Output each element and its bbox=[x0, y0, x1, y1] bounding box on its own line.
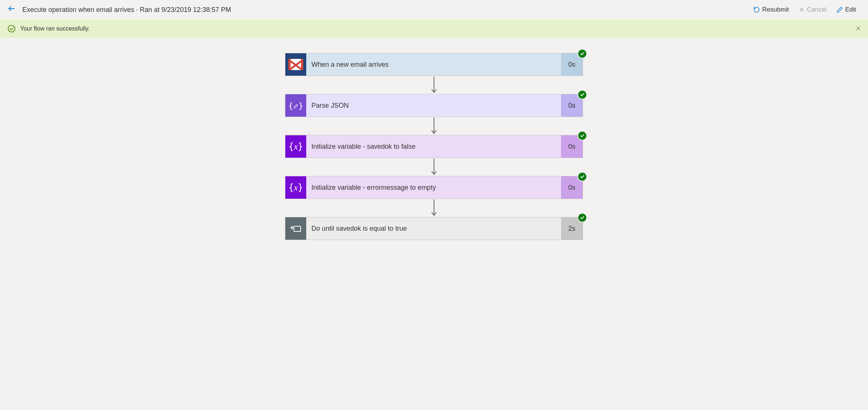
step-trigger-email[interactable]: When a new email arrives 0s bbox=[285, 53, 583, 76]
page-header: Execute operation when email arrives · R… bbox=[0, 0, 868, 19]
page-title: Execute operation when email arrives · R… bbox=[22, 6, 749, 14]
connector-arrow-icon bbox=[434, 117, 434, 135]
cancel-button: Cancel bbox=[794, 3, 831, 16]
success-badge-icon bbox=[577, 49, 587, 59]
success-banner: Your flow ran successfully. bbox=[0, 19, 868, 38]
svg-rect-10 bbox=[294, 226, 301, 231]
pencil-icon bbox=[836, 6, 843, 13]
loop-icon bbox=[285, 217, 306, 240]
flow-canvas: When a new email arrives 0s {} Parse JSO… bbox=[0, 38, 868, 262]
header-actions: Resubmit Cancel Edit bbox=[749, 3, 861, 16]
flow-name: Execute operation when email arrives bbox=[22, 6, 134, 13]
run-at-separator: · Ran at bbox=[134, 6, 161, 13]
svg-point-3 bbox=[8, 25, 15, 32]
step-title: Initialize variable - errormessage to em… bbox=[306, 184, 561, 192]
back-arrow-icon[interactable] bbox=[7, 4, 19, 15]
close-icon bbox=[799, 7, 805, 13]
close-banner-icon[interactable] bbox=[855, 25, 861, 33]
step-title: Parse JSON bbox=[306, 102, 561, 110]
step-title: Initialize variable - savedok to false bbox=[306, 143, 561, 151]
connector-arrow-icon bbox=[434, 199, 434, 217]
step-init-savedok[interactable]: {x} Initialize variable - savedok to fal… bbox=[285, 135, 583, 158]
check-circle-icon bbox=[7, 25, 16, 33]
step-title: When a new email arrives bbox=[306, 61, 561, 69]
variable-icon: {x} bbox=[285, 135, 306, 158]
connector-arrow-icon bbox=[434, 76, 434, 94]
connector-arrow-icon bbox=[434, 158, 434, 176]
step-do-until[interactable]: Do until savedok is equal to true 2s bbox=[285, 217, 583, 240]
success-badge-icon bbox=[577, 90, 587, 100]
cancel-label: Cancel bbox=[807, 6, 827, 13]
step-parse-json[interactable]: {} Parse JSON 0s bbox=[285, 94, 583, 117]
run-timestamp: 9/23/2019 12:38:57 PM bbox=[161, 6, 231, 13]
success-message: Your flow ran successfully. bbox=[20, 25, 90, 32]
success-badge-icon bbox=[577, 172, 587, 182]
refresh-icon bbox=[753, 6, 760, 13]
step-init-errormessage[interactable]: {x} Initialize variable - errormessage t… bbox=[285, 176, 583, 199]
variable-icon: {x} bbox=[285, 176, 306, 199]
edit-button[interactable]: Edit bbox=[832, 3, 861, 16]
success-badge-icon bbox=[577, 213, 587, 223]
success-badge-icon bbox=[577, 131, 587, 141]
json-icon: {} bbox=[285, 94, 306, 117]
gmail-icon bbox=[285, 53, 306, 76]
resubmit-button[interactable]: Resubmit bbox=[749, 3, 793, 16]
resubmit-label: Resubmit bbox=[762, 6, 789, 13]
step-title: Do until savedok is equal to true bbox=[306, 225, 561, 233]
edit-label: Edit bbox=[845, 6, 856, 13]
